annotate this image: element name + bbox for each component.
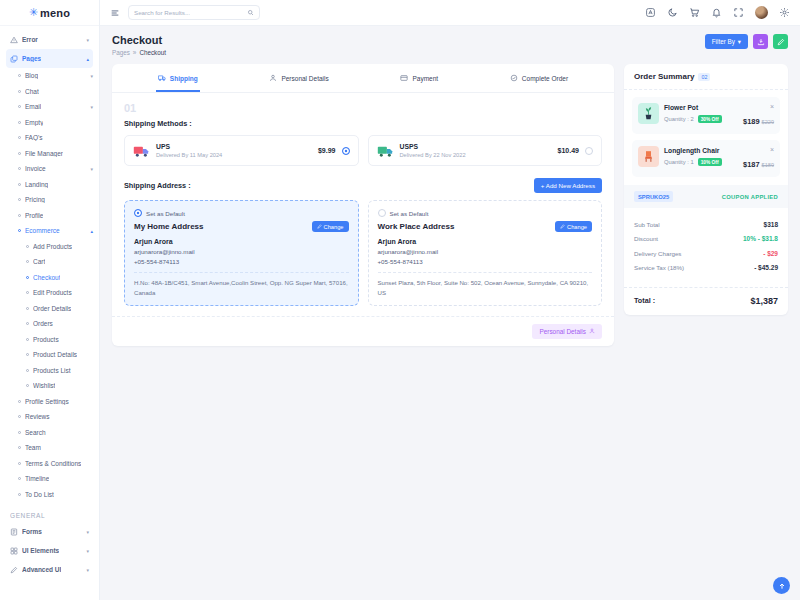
carrier-name: USPS [400, 143, 466, 150]
default-radio[interactable] [378, 209, 386, 217]
sidebar-item[interactable]: Pricing [6, 192, 93, 208]
sidebar-item[interactable]: Landing [6, 177, 93, 193]
checkout-tab[interactable]: Payment [398, 71, 440, 92]
plant-thumb-icon [638, 103, 659, 124]
sidebar-item[interactable]: Profile Settings [6, 394, 93, 410]
set-default-label: Set as Default [390, 210, 429, 217]
address-card[interactable]: Set as Default Work Place Address Change [368, 200, 603, 306]
sidebar-item[interactable]: Reviews [6, 409, 93, 425]
sidebar-item[interactable]: Search [6, 425, 93, 441]
change-address-button[interactable]: Change [312, 221, 349, 232]
sidebar-item[interactable]: Advanced UI ▾ [6, 560, 93, 579]
discount-badge: 10% Off [698, 158, 722, 166]
sidebar-item[interactable]: Invoice ▾ [6, 161, 93, 177]
method-radio[interactable] [342, 147, 350, 155]
sidebar-item[interactable]: Email ▾ [6, 99, 93, 115]
checkout-tab[interactable]: Shipping [156, 71, 200, 92]
sidebar-item[interactable]: File Manager [6, 146, 93, 162]
checkout-tab[interactable]: Complete Order [508, 71, 570, 92]
forms-icon [10, 528, 18, 536]
search-icon[interactable] [247, 9, 254, 16]
bullet-icon [26, 276, 29, 279]
bullet-icon [18, 415, 21, 418]
sidebar-item[interactable]: Product Details [6, 347, 93, 363]
search-input[interactable] [134, 9, 243, 16]
next-step-button[interactable]: Personal Details [532, 324, 602, 339]
sidebar-item-label: Team [25, 444, 41, 451]
notifications-bell-icon[interactable] [711, 7, 722, 18]
sidebar-item[interactable]: Orders [6, 316, 93, 332]
sidebar-item[interactable]: Empty [6, 115, 93, 131]
sidebar-item[interactable]: Ecommerce ▴ [6, 223, 93, 239]
sidebar-item[interactable]: Team [6, 440, 93, 456]
pen-icon [560, 224, 565, 229]
filter-by-button[interactable]: Filter By ▾ [705, 34, 748, 49]
sidebar-item[interactable]: FAQ's [6, 130, 93, 146]
sidebar-item-label: Terms & Conditions [25, 460, 81, 467]
remove-item-icon[interactable]: × [770, 146, 774, 153]
add-new-address-button[interactable]: + Add New Address [534, 178, 602, 193]
sidebar-item[interactable]: Terms & Conditions [6, 456, 93, 472]
ups-truck-icon [133, 144, 150, 158]
language-icon[interactable] [645, 7, 656, 18]
summary-row-label: Service Tax (18%) [634, 264, 684, 271]
sidebar-item[interactable]: GENERAL [6, 508, 93, 522]
user-avatar[interactable] [755, 6, 768, 19]
sidebar-item[interactable]: Edit Products [6, 285, 93, 301]
edit-button[interactable] [773, 34, 788, 49]
sidebar-item[interactable]: Wishlist [6, 378, 93, 394]
change-address-button[interactable]: Change [555, 221, 592, 232]
sidebar-item[interactable]: Checkout [6, 270, 93, 286]
sidebar-item[interactable]: Forms ▾ [6, 522, 93, 541]
bullet-icon [18, 105, 21, 108]
export-button[interactable] [753, 34, 768, 49]
sidebar-item-label: Edit Products [33, 289, 72, 296]
cart-icon[interactable] [689, 7, 700, 18]
sidebar-item[interactable]: Products [6, 332, 93, 348]
bullet-icon [18, 121, 21, 124]
order-summary-card: Order Summary 02 Flower Pot Quantity : 2… [624, 64, 788, 315]
coupon-status: COUPON APPLIED [722, 194, 778, 200]
header-actions: Filter By ▾ [705, 34, 788, 49]
sidebar-item[interactable]: Order Details [6, 301, 93, 317]
scroll-top-button[interactable] [773, 577, 790, 594]
bullet-icon [26, 369, 29, 372]
sidebar-item[interactable]: Chat [6, 84, 93, 100]
sidebar-item[interactable]: Timeline [6, 471, 93, 487]
address-card[interactable]: Set as Default My Home Address Change [124, 200, 359, 306]
sidebar-item[interactable]: Add Products [6, 239, 93, 255]
summary-row: Discount 10% - $31.8 [634, 235, 778, 242]
checkout-tab[interactable]: Personal Details [267, 71, 330, 92]
product-name: Flower Pot [664, 104, 722, 111]
settings-gear-icon[interactable] [779, 7, 790, 18]
recipient-name: Arjun Arora [378, 238, 593, 245]
person-icon [269, 74, 277, 82]
bullet-icon [26, 338, 29, 341]
sidebar-item[interactable]: Blog ▾ [6, 68, 93, 84]
total-value: $1,387 [750, 296, 778, 306]
sidebar-item[interactable]: UI Elements ▾ [6, 541, 93, 560]
sidebar-item[interactable]: Cart [6, 254, 93, 270]
fullscreen-icon[interactable] [733, 7, 744, 18]
remove-item-icon[interactable]: × [770, 103, 774, 110]
shipping-method-option[interactable]: USPS Delivered By 22 Nov 2022 $10.49 [368, 135, 603, 166]
dark-mode-icon[interactable] [667, 7, 678, 18]
breadcrumb-parent[interactable]: Pages [112, 49, 130, 56]
coupon-code-badge[interactable]: SPRUKO25 [634, 191, 673, 202]
shipping-method-option[interactable]: UPS Delivered By 11 May 2024 $9.99 [124, 135, 359, 166]
sidebar-item[interactable]: To Do List [6, 487, 93, 503]
default-radio[interactable] [134, 209, 142, 217]
sidebar-item[interactable]: Profile [6, 208, 93, 224]
bullet-icon [26, 260, 29, 263]
sidebar-item-label: GENERAL [10, 512, 45, 519]
brand-logo[interactable]: ✳ meno [0, 0, 99, 26]
sidebar-item[interactable]: Pages ▴ [6, 49, 93, 68]
method-radio[interactable] [585, 147, 593, 155]
address-title: Work Place Address [378, 222, 455, 231]
chair-thumb-icon [638, 146, 659, 167]
bullet-icon [26, 353, 29, 356]
sidebar-item[interactable]: Error ▾ [6, 30, 93, 49]
menu-toggle-icon[interactable] [110, 8, 120, 18]
bullet-icon [18, 462, 21, 465]
sidebar-item[interactable]: Products List [6, 363, 93, 379]
